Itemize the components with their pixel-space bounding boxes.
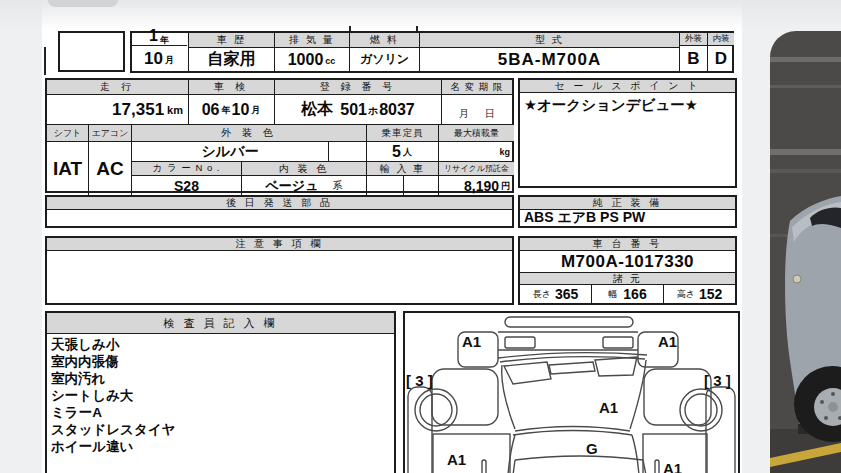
diagram-label-glass: G [586,440,598,457]
model-value: 5BA-M700A [420,48,680,71]
month-value: 10 [144,49,163,69]
left-glass [504,362,551,384]
top-shadow [0,0,841,30]
diagram-label-bracket-left: [ 3 ] [406,372,433,389]
interior-grade-value: D [708,46,734,71]
equipment-header: 純 正 装 備 [520,197,735,210]
year-cell: 1 年 [132,33,187,46]
length-value: 365 [555,286,578,302]
month-unit: 月 [165,54,174,67]
interior-color-value: ベージュ 系 [242,176,367,195]
history-value: 自家用 [189,48,275,71]
inspector-item: 天張しみ小 [51,336,390,353]
recycle-value: 8,190 円 [439,176,514,195]
right-glass [595,357,637,376]
inspector-item: スタッドレスタイヤ [51,421,390,438]
width-value: 166 [623,286,646,302]
later-parts-block: 後 日 発 送 部 品 [45,195,514,228]
front-bumper-bar [505,317,633,327]
registration-class: 501 [340,101,367,119]
registration-header: 登 録 番 号 [275,80,442,95]
exterior-grade-value: B [680,46,708,71]
front-wheel-cap [828,402,838,412]
capacity-header: 乗車定員 [367,125,439,142]
inspector-list: 天張しみ小 室内内張傷 室内汚れ シートしみ大 ミラーA スタッドレスタイヤ ホ… [47,334,394,473]
vehicle-photo[interactable] [770,31,841,473]
shaken-header: 車 検 [189,80,275,95]
interior-grade-header: 内装 [708,33,734,46]
import-header: 輸 入 車 [367,162,439,176]
diagram-label-door-right: A1 [663,460,682,473]
name-change-month-unit: 月 [459,107,469,121]
color-no-value: S28 [132,176,242,195]
max-load-header: 最大積載量 [439,125,514,142]
length-label: 長さ [533,288,551,301]
front-panel-lines [498,332,638,350]
exterior-grade-header: 外装 [680,33,708,46]
height-value: 152 [699,286,722,302]
mileage-number: 17,351 [112,100,164,120]
scrollbar-thumb[interactable] [48,0,118,7]
left-door-handle [482,460,486,473]
later-parts-value [47,210,512,226]
right-wheel-inner [685,394,717,426]
shaken-month: 10 [232,101,250,119]
shaken-value: 06 年 10 月 [189,95,275,125]
inspector-header: 検 査 員 記 入 欄 [47,313,394,334]
wall-streak [770,149,841,155]
right-quarter-panel [644,369,711,425]
name-change-header: 名 変 期 限 [442,80,512,95]
shift-value: IAT [47,142,89,195]
later-parts-header: 後 日 発 送 部 品 [47,197,512,210]
diagram-label-front-left: A1 [462,333,481,350]
chassis-block: 車 台 番 号 M700A-1017330 諸 元 長さ 365 幅 166 高… [518,236,737,305]
shaken-year: 06 [202,101,220,119]
notes-header: 注 意 事 項 欄 [47,238,512,251]
damage-diagram-box: A1 A1 [ 3 ] [ 3 ] A1 G A1 A1 [403,311,740,473]
wall-streak [770,85,841,88]
fuel-value: ガソリン [350,48,420,71]
wall-streak [770,169,841,173]
capacity-unit: 人 [403,146,412,159]
registration-number: 8037 [379,101,415,119]
shift-header: シフト [47,125,89,142]
inspector-item: ホイール違い [51,438,390,455]
width-cell: 幅 166 [592,285,664,303]
right-door-handle [655,460,659,473]
inspector-block: 検 査 員 記 入 欄 天張しみ小 室内内張傷 室内汚れ シートしみ大 ミラーA… [45,311,396,473]
diagram-label-front-right: A1 [658,333,677,350]
capacity-value: 5 人 [367,142,439,162]
registration-area: 松本 [301,99,333,120]
name-change-value: 月 日 [442,95,512,125]
displacement-header: 排 気 量 [275,33,350,48]
sales-point-header: セ ー ル ス ポ イ ン ト [520,80,735,93]
length-cell: 長さ 365 [520,285,592,303]
sales-point-block: セ ー ル ス ポ イ ン ト ★オークションデビュー★ [518,78,737,188]
fender-badge [793,275,801,283]
auction-sheet-page: 1 年 10 月 車 歴 自家用 排 気 量 1000 cc 燃 料 ガソリン … [0,0,841,473]
top-row-strip: 1 年 10 月 車 歴 自家用 排 気 量 1000 cc 燃 料 ガソリン … [130,31,734,73]
shaken-year-unit: 年 [222,104,231,117]
aircon-header: エアコン [89,125,132,142]
recycle-amount: 8,190 [464,178,499,194]
mileage-value: 17,351 km [47,95,189,125]
aircon-value: AC [89,142,132,195]
history-header: 車 歴 [189,33,275,48]
roof-line [513,456,646,473]
displacement-number: 1000 [288,51,324,69]
hood-bottom-arc-2 [513,431,632,436]
inspector-item: シートしみ大 [51,387,390,404]
registration-kana: ホ [368,104,378,118]
mileage-unit: km [167,104,183,116]
crop-tick [44,47,46,75]
color-no-header: カ ラ ー N o . [132,162,242,176]
left-headlight [505,337,535,348]
exterior-color-extra-cell [329,142,367,162]
left-door-panel [433,434,510,473]
displacement-value: 1000 cc [275,48,350,71]
exterior-color-value: シルバー [132,142,329,162]
fuel-header: 燃 料 [350,33,420,48]
chassis-value: M700A-1017330 [520,251,735,273]
center-glass [549,362,595,374]
year-month-cell: 1 年 10 月 [132,33,189,71]
